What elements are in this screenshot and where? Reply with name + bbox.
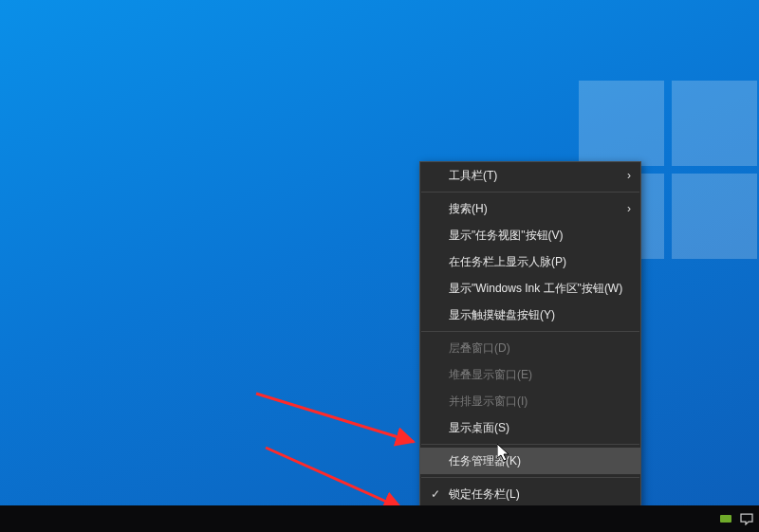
menu-item-task-manager[interactable]: 任务管理器(K) (420, 448, 640, 474)
menu-label: 工具栏(T) (449, 169, 497, 182)
menu-item-sidebyside: 并排显示窗口(I) (420, 388, 640, 414)
submenu-indicator-icon: › (627, 195, 631, 222)
menu-label: 显示"任务视图"按钮(V) (449, 229, 564, 242)
check-icon: ✓ (428, 481, 443, 507)
menu-item-stacked: 堆叠显示窗口(E) (420, 361, 640, 388)
svg-line-1 (266, 448, 401, 508)
menu-item-cascade: 层叠窗口(D) (420, 335, 640, 361)
menu-item-toolbar[interactable]: 工具栏(T) › (420, 162, 640, 189)
menu-item-show-desktop[interactable]: 显示桌面(S) (420, 414, 640, 441)
menu-item-show-people[interactable]: 在任务栏上显示人脉(P) (420, 248, 640, 275)
menu-label: 堆叠显示窗口(E) (449, 368, 532, 381)
menu-label: 显示桌面(S) (449, 421, 509, 434)
taskbar[interactable] (0, 505, 759, 532)
desktop[interactable]: 工具栏(T) › 搜索(H) › 显示"任务视图"按钮(V) 在任务栏上显示人脉… (0, 0, 759, 532)
menu-separator (421, 192, 639, 193)
nvidia-tray-icon[interactable] (719, 512, 732, 525)
menu-item-show-ink[interactable]: 显示"Windows Ink 工作区"按钮(W) (420, 275, 640, 302)
menu-label: 在任务栏上显示人脉(P) (449, 255, 566, 268)
menu-item-show-task-view[interactable]: 显示"任务视图"按钮(V) (420, 222, 640, 248)
system-tray (719, 505, 753, 532)
menu-separator (421, 331, 639, 332)
menu-label: 显示触摸键盘按钮(Y) (449, 308, 555, 321)
menu-label: 并排显示窗口(I) (449, 394, 528, 408)
menu-separator (421, 477, 639, 478)
taskbar-context-menu: 工具栏(T) › 搜索(H) › 显示"任务视图"按钮(V) 在任务栏上显示人脉… (419, 161, 641, 532)
submenu-indicator-icon: › (627, 162, 631, 189)
cursor-icon (497, 444, 512, 463)
svg-line-0 (256, 394, 414, 442)
menu-item-show-touch-keyboard[interactable]: 显示触摸键盘按钮(Y) (420, 302, 640, 328)
menu-label: 层叠窗口(D) (449, 341, 510, 355)
menu-separator (421, 444, 639, 445)
menu-label: 显示"Windows Ink 工作区"按钮(W) (449, 282, 622, 295)
action-center-icon[interactable] (740, 512, 753, 525)
svg-rect-2 (720, 515, 731, 523)
menu-item-search[interactable]: 搜索(H) › (420, 195, 640, 222)
menu-item-lock-taskbar[interactable]: ✓ 锁定任务栏(L) (420, 481, 640, 507)
menu-label: 搜索(H) (449, 202, 488, 215)
menu-label: 锁定任务栏(L) (449, 487, 520, 501)
